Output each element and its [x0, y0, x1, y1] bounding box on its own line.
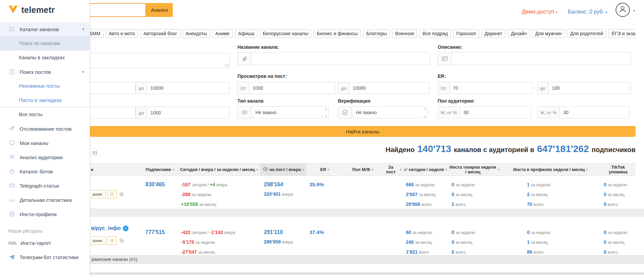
left-range-row-1 — [85, 82, 136, 94]
scroll-right-icon[interactable]: › — [322, 114, 323, 118]
category-tag[interactable]: Бизнес и финансы — [314, 29, 361, 38]
sidebar-item-channel-search[interactable]: Поиск по каналам — [0, 36, 90, 50]
col-header-per-post[interactable]: За пост▾ — [382, 164, 402, 175]
er-from-input[interactable] — [449, 82, 533, 94]
category-tag[interactable]: Блоггеры — [363, 29, 390, 38]
demo-access-menu[interactable]: Демо-доступ▾ — [522, 9, 557, 15]
sidebar-item-bot-catalog[interactable]: Каталог ботов — [0, 164, 90, 178]
description-group — [438, 52, 631, 65]
channel-type-select[interactable]: Не важно ▴ ▾ ‹ › — [251, 106, 329, 119]
spinner-down-icon[interactable]: ▾ — [424, 115, 426, 118]
sort-caret-icon: ▾ — [302, 167, 304, 172]
sidebar-item-channel-catalog[interactable]: Каталог каналов ▾ — [0, 22, 90, 36]
layers-icon-button[interactable] — [107, 190, 117, 198]
channel-name-input[interactable] — [251, 52, 430, 65]
insta-profiles-cell: 1 за неделю 2 за месяц 70 всего — [501, 176, 600, 209]
er-to-input[interactable] — [548, 82, 630, 94]
range-to-input[interactable] — [146, 107, 229, 119]
range-from-input[interactable] — [85, 82, 136, 94]
category-strip: раинские каналы (#1) — [90, 255, 644, 264]
description-button[interactable]: ание — [90, 190, 106, 198]
category-tag[interactable]: Для мужчин — [532, 29, 565, 38]
verification-label: Верификация — [338, 98, 370, 104]
channel-type-group: Не важно ▴ ▾ ‹ › — [237, 106, 329, 119]
range-to-input[interactable] — [146, 82, 229, 94]
category-tag[interactable]: Аниме — [212, 29, 233, 38]
sidebar-item-telegraph-articles[interactable]: Telegraph-статьи — [0, 178, 90, 193]
resize-grip-icon[interactable] — [225, 64, 229, 67]
scroll-left-icon[interactable]: ‹ — [252, 114, 253, 118]
search-input[interactable] — [82, 3, 146, 17]
sidebar-item-insta-target[interactable]: ADL Инста-таргет — [0, 236, 90, 250]
scroll-left-icon[interactable]: ‹ — [353, 114, 354, 118]
chevron-down-icon[interactable]: ▾ — [633, 9, 635, 13]
col-header-mentions[interactable]: ⇄сегодня / неделя▾ — [402, 164, 448, 175]
gender-female-input[interactable] — [559, 106, 630, 119]
find-channels-button[interactable]: Найти каналы — [90, 126, 636, 137]
spinner-up-icon[interactable]: ▴ — [325, 107, 327, 110]
brand-logo[interactable]: telemetr — [0, 0, 90, 17]
gender-male-group: М, от % — [438, 106, 532, 119]
er-to-group: до — [537, 82, 630, 94]
category-tag[interactable]: ЕГЭ и экзамены — [608, 29, 636, 38]
channel-cell: вірус_інфо ✓ ание — [90, 217, 142, 255]
copy-icon[interactable] — [119, 192, 124, 197]
views-to-input[interactable] — [349, 82, 430, 94]
spinner-up-icon[interactable]: ▴ — [424, 107, 426, 110]
mail-icon — [8, 182, 16, 189]
verification-select[interactable]: Не важно ▴ ▾ ‹ › — [351, 106, 428, 119]
channel-name-link[interactable]: вірус_інфо — [91, 225, 121, 231]
row-actions: ание — [90, 236, 142, 245]
sidebar-item-audience-analysis[interactable]: Анализ аудитории — [0, 150, 90, 164]
mentions-cell: 60 за неделю 245 за месяц 1'821 всего — [402, 217, 448, 255]
category-tag[interactable]: Авторский блог — [140, 29, 180, 38]
col-header-insta-teasers[interactable]: Инста тизеров неделя / месяц▾ — [448, 164, 501, 175]
sidebar-item-post-tracking[interactable]: Отслеживание постов — [0, 122, 90, 136]
col-header-insta-profiles[interactable]: Инста в профилях неделя / месяц▾ — [501, 164, 600, 175]
insta-profiles-cell: 0 за неделю 1 за месяц 89 всего — [501, 217, 600, 255]
channel-links-input[interactable] — [85, 53, 230, 68]
sidebar-item-all-posts[interactable]: Все посты — [0, 107, 90, 122]
sidebar-item-post-search[interactable]: Поиск постов ▾ — [0, 65, 90, 79]
gender-male-input[interactable] — [460, 106, 532, 119]
sidebar-item-bookmarked-channels[interactable]: Каналы в закладках — [0, 50, 90, 65]
description-input[interactable] — [451, 52, 631, 65]
analyze-button[interactable]: Анализ — [146, 3, 173, 17]
dynamics-cell: -422 сегодня / -1'142 вчера -5'175 за не… — [178, 217, 260, 255]
col-header-subscribers[interactable]: Подписчики▾ — [142, 164, 178, 175]
instagram-icon — [8, 210, 16, 218]
user-avatar[interactable] — [616, 3, 630, 17]
spinner-down-icon[interactable]: ▾ — [325, 115, 327, 118]
views-from-input[interactable] — [249, 82, 336, 94]
description-button[interactable]: ание — [90, 236, 106, 245]
category-tag[interactable]: Даркнет — [482, 29, 506, 38]
bottom-strip — [90, 272, 644, 275]
category-tag[interactable]: Все подряд — [419, 29, 451, 38]
category-tag[interactable]: Для родителей — [567, 29, 606, 38]
category-tag[interactable]: Военное — [392, 29, 417, 38]
sidebar-item-insta-profiles[interactable]: Инста-профили — [0, 207, 90, 221]
sidebar-item-my-channels[interactable]: Мои каналы — [0, 136, 90, 150]
copy-icon[interactable] — [119, 238, 124, 243]
col-header-dynamics[interactable]: Сегодня / вчера / за неделю / месяц▾ — [178, 164, 260, 175]
col-header-gender[interactable]: Пол М/Ж▾ — [343, 164, 382, 175]
sidebar-item-detailed-stats[interactable]: Детальная статистика — [0, 193, 90, 207]
category-tag[interactable]: Белорусские каналы — [260, 29, 312, 38]
category-tag[interactable]: Дизайн — [508, 29, 530, 38]
sidebar-item-ad-posts[interactable]: Рекламные посты — [0, 79, 90, 93]
category-tag[interactable]: Афиша — [235, 29, 257, 38]
col-header-views-per-post[interactable]: на пост / вчера▾ — [260, 164, 306, 175]
paperclip-icon — [237, 52, 251, 65]
col-header-er[interactable]: ER▾ — [306, 164, 343, 175]
balance-menu[interactable]: Баланс: 0 руб.▾ — [568, 9, 607, 15]
audience-count: 647'181'262 — [537, 144, 589, 154]
category-tag[interactable]: Анекдоты — [183, 29, 210, 38]
scroll-right-icon[interactable]: › — [421, 114, 422, 118]
category-tag[interactable]: Гороскоп — [453, 29, 479, 38]
sidebar-item-telegram-stats-bot[interactable]: Телеграм-бот статистики — [0, 250, 90, 264]
col-header-tiktok[interactable]: TikTok упомина — [600, 164, 636, 175]
layers-icon-button[interactable] — [107, 236, 117, 245]
range-from-input[interactable] — [85, 107, 136, 119]
sidebar-item-bookmarked-posts[interactable]: Посты в закладках — [0, 93, 90, 107]
category-tag[interactable]: Авто и мото — [106, 29, 138, 38]
